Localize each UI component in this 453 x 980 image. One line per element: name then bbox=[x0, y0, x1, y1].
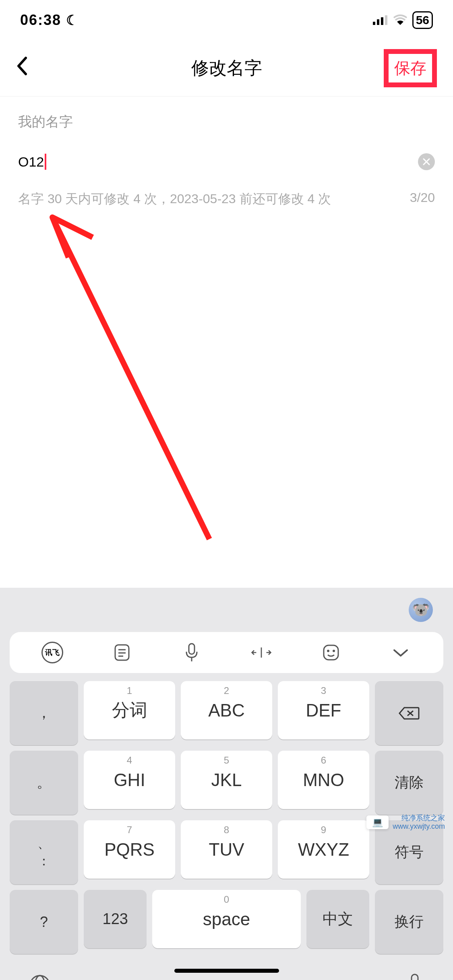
svg-line-4 bbox=[52, 217, 209, 539]
keyboard: 🐨 讯飞 ， 。 、 ： ? 1分词 2ABC bbox=[0, 588, 453, 980]
battery-indicator: 56 bbox=[412, 11, 433, 29]
keyboard-bottom bbox=[0, 954, 453, 980]
svg-point-13 bbox=[327, 650, 329, 652]
nav-bar: 修改名字 保存 bbox=[0, 40, 453, 97]
key-jkl[interactable]: 5JKL bbox=[181, 751, 272, 809]
hint-text: 名字 30 天内可修改 4 次，2023-05-23 前还可修改 4 次 bbox=[18, 190, 331, 208]
key-def[interactable]: 3DEF bbox=[278, 681, 369, 739]
char-count: 3/20 bbox=[410, 190, 435, 208]
watermark-logo: 💻 bbox=[366, 815, 389, 829]
svg-rect-12 bbox=[324, 645, 338, 660]
assistant-koala-icon[interactable]: 🐨 bbox=[409, 598, 433, 622]
watermark: 💻 纯净系统之家 www.yxwjty.com bbox=[366, 814, 445, 831]
globe-icon[interactable] bbox=[28, 974, 52, 980]
key-space[interactable]: 0space bbox=[152, 890, 300, 948]
page-title: 修改名字 bbox=[191, 56, 262, 80]
info-row: 名字 30 天内可修改 4 次，2023-05-23 前还可修改 4 次 3/2… bbox=[0, 182, 453, 216]
key-tuv[interactable]: 8TUV bbox=[181, 820, 272, 879]
key-wxyz[interactable]: 9WXYZ bbox=[278, 820, 369, 879]
emoji-icon[interactable] bbox=[320, 642, 342, 663]
key-ghi[interactable]: 4GHI bbox=[84, 751, 175, 809]
svg-rect-18 bbox=[412, 974, 418, 980]
svg-rect-0 bbox=[373, 22, 375, 25]
keyboard-left-column: ， 。 、 ： ? bbox=[10, 681, 78, 954]
svg-rect-9 bbox=[189, 644, 194, 654]
save-button[interactable]: 保存 bbox=[384, 49, 437, 87]
cursor-move-icon[interactable] bbox=[250, 642, 272, 663]
svg-rect-2 bbox=[381, 17, 383, 25]
keyboard-toolbar: 讯飞 bbox=[10, 632, 443, 673]
clear-key[interactable]: 清除 bbox=[375, 751, 443, 815]
status-time-area: 06:38 ☾ bbox=[20, 12, 79, 29]
section-label: 我的名字 bbox=[0, 97, 453, 141]
period-key[interactable]: 。 bbox=[10, 751, 78, 815]
keyboard-brand-icon[interactable]: 讯飞 bbox=[41, 642, 63, 663]
key-chinese[interactable]: 中文 bbox=[306, 890, 369, 948]
comma-key[interactable]: ， bbox=[10, 681, 78, 745]
backspace-key[interactable] bbox=[375, 681, 443, 745]
status-right: 56 bbox=[373, 11, 433, 29]
keyboard-top: 🐨 bbox=[0, 588, 453, 632]
wifi-icon bbox=[393, 12, 407, 29]
svg-point-14 bbox=[333, 650, 335, 652]
key-fenci[interactable]: 1分词 bbox=[84, 681, 175, 739]
svg-rect-3 bbox=[385, 15, 387, 25]
clear-input-button[interactable] bbox=[418, 153, 435, 170]
key-pqrs[interactable]: 7PQRS bbox=[84, 820, 175, 879]
key-abc[interactable]: 2ABC bbox=[181, 681, 272, 739]
signal-icon bbox=[373, 12, 388, 29]
back-button[interactable] bbox=[16, 56, 27, 80]
key-123[interactable]: 123 bbox=[84, 890, 147, 948]
svg-rect-1 bbox=[377, 19, 379, 25]
question-key[interactable]: ? bbox=[10, 890, 78, 954]
home-indicator[interactable] bbox=[174, 969, 279, 973]
key-mno[interactable]: 6MNO bbox=[278, 751, 369, 809]
dnd-moon-icon: ☾ bbox=[66, 12, 79, 28]
name-input-row[interactable]: O12 bbox=[0, 141, 453, 182]
watermark-text: 纯净系统之家 www.yxwjty.com bbox=[393, 814, 445, 831]
annotation-arrow bbox=[40, 209, 217, 551]
svg-point-15 bbox=[30, 976, 50, 980]
status-bar: 06:38 ☾ 56 bbox=[0, 0, 453, 40]
microphone-icon[interactable] bbox=[181, 642, 203, 663]
clipboard-icon[interactable] bbox=[111, 642, 133, 663]
name-input[interactable]: O12 bbox=[18, 154, 46, 170]
dictation-icon[interactable] bbox=[405, 973, 425, 980]
text-cursor bbox=[45, 154, 46, 170]
enter-key[interactable]: 换行 bbox=[375, 890, 443, 954]
status-time: 06:38 bbox=[20, 12, 61, 29]
punctuation-key[interactable]: 、 ： bbox=[10, 820, 78, 884]
collapse-keyboard-icon[interactable] bbox=[390, 642, 412, 663]
